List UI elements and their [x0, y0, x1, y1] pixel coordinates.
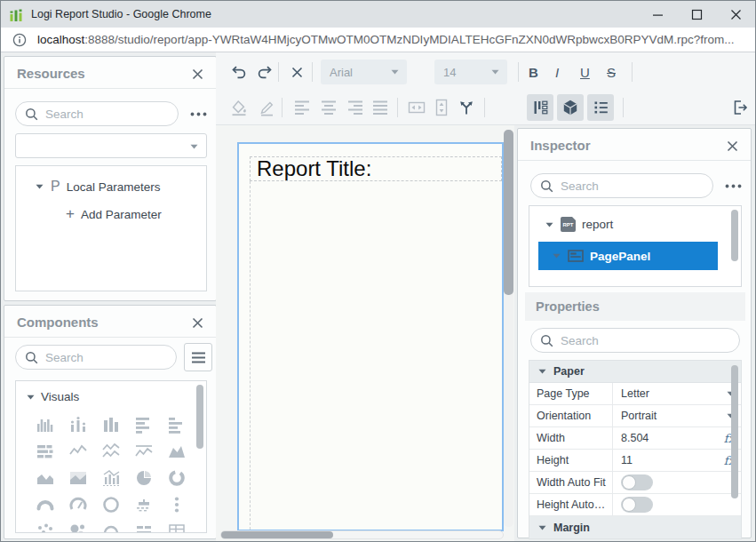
- report-page[interactable]: Report Title:: [237, 142, 504, 531]
- filled-area-chart-icon[interactable]: [61, 465, 94, 491]
- collapse-arrow-icon[interactable]: [545, 222, 554, 227]
- toggle-inspector-panel-button[interactable]: [587, 94, 614, 121]
- scatter-chart-icon[interactable]: [28, 518, 61, 533]
- properties-search-placeholder: Search: [561, 334, 599, 347]
- property-value[interactable]: Portrait: [613, 405, 741, 426]
- italic-button[interactable]: I: [555, 54, 559, 90]
- url-text[interactable]: localhost:8888/studio/report/app-YWRtaW4…: [37, 33, 734, 46]
- hbar-stacked-chart-icon[interactable]: [28, 438, 61, 465]
- split-button[interactable]: [458, 90, 475, 125]
- tree-item-local-parameters[interactable]: P Local Parameters: [36, 179, 160, 195]
- toggle-components-panel-button[interactable]: [557, 94, 584, 121]
- undo-button[interactable]: [230, 54, 248, 90]
- report-title-cell[interactable]: Report Title:: [250, 156, 502, 181]
- line-baseline-chart-icon[interactable]: [128, 438, 161, 465]
- components-scrollbar[interactable]: [196, 385, 203, 449]
- property-value[interactable]: [613, 472, 741, 493]
- merge-vertical-button[interactable]: [433, 90, 450, 125]
- components-search-input[interactable]: Search: [15, 345, 177, 370]
- delete-button[interactable]: [290, 54, 304, 90]
- report-file-icon: RPT: [561, 217, 576, 232]
- ring-chart-icon[interactable]: [94, 491, 127, 518]
- property-value[interactable]: [613, 494, 741, 515]
- window-close-button[interactable]: [716, 1, 755, 28]
- font-size-select[interactable]: 14: [434, 60, 507, 84]
- canvas-vertical-scrollbar[interactable]: [504, 130, 513, 527]
- align-center-button[interactable]: [321, 90, 337, 125]
- property-value[interactable]: 11fx: [613, 450, 741, 471]
- bubble-chart-icon[interactable]: [61, 518, 94, 533]
- donut-chart-icon[interactable]: [161, 465, 194, 491]
- resources-more-icon[interactable]: [190, 112, 207, 116]
- column-chart-icon[interactable]: [94, 411, 127, 438]
- fill-color-button[interactable]: [230, 90, 248, 125]
- dial-chart-icon[interactable]: [61, 491, 94, 518]
- maximize-button[interactable]: [677, 1, 716, 28]
- bar-chart-icon[interactable]: [28, 411, 61, 438]
- align-justify-button[interactable]: [372, 90, 388, 125]
- page-info-icon[interactable]: [12, 33, 27, 47]
- minimize-button[interactable]: [638, 1, 677, 28]
- resources-close-icon[interactable]: [189, 66, 205, 82]
- components-close-icon[interactable]: [189, 315, 205, 331]
- mountain-chart-icon[interactable]: [161, 438, 194, 465]
- components-scroll-area: Visuals: [15, 380, 207, 533]
- redo-button[interactable]: [256, 54, 274, 90]
- properties-scrollbar[interactable]: [731, 365, 738, 498]
- gauge-chart-icon[interactable]: [28, 491, 61, 518]
- property-row: Width8.504fx: [529, 427, 741, 450]
- merge-horizontal-button[interactable]: [408, 90, 426, 125]
- toggle-resources-panel-button[interactable]: [527, 94, 553, 121]
- strikethrough-button[interactable]: S: [607, 54, 616, 90]
- property-value[interactable]: 8.504fx: [613, 427, 741, 449]
- mini-bar-chart-icon[interactable]: [128, 518, 161, 533]
- boxplot-chart-icon[interactable]: [128, 491, 161, 518]
- edit-pen-button[interactable]: [259, 90, 275, 125]
- inspector-close-icon[interactable]: [724, 138, 740, 154]
- vertical-scrollbar-thumb[interactable]: [504, 130, 513, 295]
- collapse-arrow-icon[interactable]: [553, 253, 561, 259]
- visuals-group-header[interactable]: Visuals: [27, 390, 79, 403]
- multi-line-chart-icon[interactable]: [94, 438, 127, 465]
- line-chart-icon[interactable]: [61, 438, 94, 465]
- toggle-switch-off[interactable]: [621, 474, 653, 490]
- align-right-button[interactable]: [347, 90, 363, 125]
- toggle-switch-off[interactable]: [621, 497, 653, 513]
- tree-item-report[interactable]: RPT report: [545, 217, 613, 232]
- local-parameters-label: Local Parameters: [67, 180, 161, 194]
- arc-chart-icon[interactable]: [94, 518, 127, 533]
- combo-chart-icon[interactable]: [94, 465, 127, 491]
- resources-type-dropdown[interactable]: [15, 133, 207, 158]
- dot-column-chart-icon[interactable]: [161, 491, 194, 518]
- report-node-label: report: [582, 218, 613, 231]
- canvas-horizontal-scrollbar[interactable]: [220, 530, 504, 539]
- tree-item-pagepanel-selected[interactable]: PagePanel: [538, 242, 718, 270]
- bold-button[interactable]: B: [529, 54, 538, 90]
- exit-button[interactable]: [731, 90, 749, 125]
- property-group-paper[interactable]: Paper: [529, 361, 741, 383]
- table-chart-icon[interactable]: [161, 518, 194, 533]
- properties-search-input[interactable]: Search: [530, 328, 740, 353]
- toolbar-row-2: [216, 90, 756, 125]
- hbar-chart-alt-icon[interactable]: [161, 411, 194, 438]
- horizontal-scrollbar-thumb[interactable]: [221, 531, 333, 538]
- address-bar[interactable]: localhost:8888/studio/report/app-YWRtaW4…: [1, 28, 755, 52]
- pie-chart-icon[interactable]: [128, 465, 161, 491]
- property-value[interactable]: Letter: [613, 383, 741, 404]
- collapse-arrow-icon[interactable]: [36, 184, 44, 189]
- property-group-margin[interactable]: Margin: [529, 516, 741, 538]
- area-chart-icon[interactable]: [28, 465, 61, 491]
- align-left-button[interactable]: [294, 90, 310, 125]
- inspector-search-input[interactable]: Search: [530, 173, 713, 198]
- underline-button[interactable]: U: [580, 54, 590, 90]
- hbar-chart-icon[interactable]: [128, 411, 161, 438]
- property-row: OrientationPortrait: [529, 405, 741, 427]
- components-list-view-button[interactable]: [184, 343, 212, 371]
- inspector-more-icon[interactable]: [725, 184, 742, 188]
- inspector-tree-scrollbar[interactable]: [731, 210, 738, 261]
- resources-search-input[interactable]: Search: [15, 101, 179, 126]
- add-parameter-button[interactable]: + Add Parameter: [66, 205, 162, 223]
- bar-dot-chart-icon[interactable]: [61, 411, 94, 438]
- resources-search-placeholder: Search: [45, 108, 84, 121]
- font-family-select[interactable]: Arial: [321, 60, 407, 84]
